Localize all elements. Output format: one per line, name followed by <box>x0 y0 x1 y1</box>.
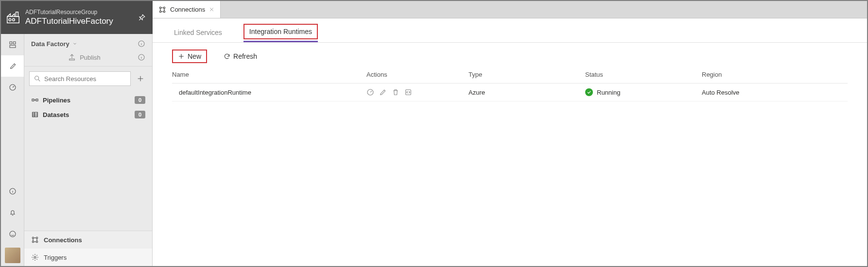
new-button[interactable]: New <box>172 50 207 63</box>
factory-titles: ADFTutorialResourceGroup ADFTutorialHive… <box>25 9 113 26</box>
factory-header: ADFTutorialResourceGroup ADFTutorialHive… <box>1 1 153 34</box>
svg-point-25 <box>163 11 165 12</box>
tree-pipelines[interactable]: Pipelines 0 <box>29 93 147 107</box>
delete-icon[interactable] <box>392 88 399 96</box>
close-icon <box>209 7 214 12</box>
col-actions: Actions <box>366 71 469 78</box>
search-icon <box>34 75 41 83</box>
document-tab-label: Connections <box>170 6 205 13</box>
info-icon[interactable] <box>138 53 145 61</box>
status-ok-badge <box>585 88 593 96</box>
breadcrumb-row: Data Factory <box>24 34 152 51</box>
rail-monitor[interactable] <box>1 77 24 98</box>
col-name: Name <box>172 71 366 78</box>
svg-point-20 <box>36 241 37 242</box>
plus-icon <box>137 75 144 83</box>
breadcrumb-label: Data Factory <box>31 40 69 48</box>
search-input[interactable] <box>44 75 126 83</box>
info-icon <box>9 187 17 195</box>
rail-notifications[interactable] <box>1 202 24 223</box>
svg-rect-1 <box>16 12 18 17</box>
cell-actions <box>366 88 469 96</box>
tree-datasets[interactable]: Datasets 0 <box>29 107 147 122</box>
pin-button[interactable] <box>138 14 146 21</box>
sidebar-item-label: Connections <box>44 236 82 244</box>
rail-feedback[interactable] <box>1 223 24 245</box>
new-button-label: New <box>188 52 201 60</box>
svg-rect-11 <box>69 59 75 60</box>
sidebar: Data Factory Publish <box>24 34 153 266</box>
tree-label: Pipelines <box>43 97 70 104</box>
ir-toolbar: New Refresh <box>153 43 867 68</box>
connection-subtabs: Linked Services Integration Runtimes <box>153 18 867 43</box>
document-tabstrip: Connections <box>153 1 867 18</box>
add-resource-button[interactable] <box>134 72 147 85</box>
ir-grid: Name Actions Type Status Region defaultI… <box>153 68 867 101</box>
resource-group-label: ADFTutorialResourceGroup <box>25 9 113 16</box>
check-icon <box>587 90 591 95</box>
smile-icon <box>9 230 17 238</box>
svg-point-24 <box>159 11 161 12</box>
pipeline-icon <box>31 96 39 104</box>
svg-point-9 <box>10 231 16 237</box>
search-row <box>24 67 152 90</box>
count-badge: 0 <box>135 111 145 118</box>
monitor-icon[interactable] <box>366 88 374 96</box>
document-tab-connections[interactable]: Connections <box>153 1 221 18</box>
tab-integration-runtimes[interactable]: Integration Runtimes <box>243 24 318 39</box>
svg-rect-5 <box>13 42 16 44</box>
cell-name[interactable]: defaultIntegrationRuntime <box>172 89 366 96</box>
publish-row: Publish <box>24 51 152 67</box>
col-type: Type <box>469 71 585 78</box>
svg-rect-6 <box>10 45 16 48</box>
table-row: defaultIntegrationRuntime Azure Running … <box>172 83 848 101</box>
svg-rect-4 <box>10 42 12 44</box>
cell-region: Auto Resolve <box>702 89 848 96</box>
code-icon[interactable] <box>404 88 412 96</box>
chevron-down-icon <box>72 41 77 46</box>
svg-point-23 <box>163 7 165 8</box>
grid-header: Name Actions Type Status Region <box>172 68 848 83</box>
svg-point-2 <box>9 18 11 21</box>
tree-label: Datasets <box>43 111 69 118</box>
edit-icon[interactable] <box>379 88 387 96</box>
main-panel: Connections Linked Services Integration … <box>153 1 867 266</box>
rail-avatar[interactable] <box>5 248 20 263</box>
pin-icon <box>138 14 146 21</box>
pencil-icon <box>9 62 17 70</box>
cell-type: Azure <box>469 89 585 96</box>
svg-point-3 <box>13 18 15 21</box>
rail-dashboard[interactable] <box>1 34 24 55</box>
sidebar-item-connections[interactable]: Connections <box>24 231 152 249</box>
refresh-button-label: Refresh <box>233 52 257 60</box>
rail-author[interactable] <box>1 55 24 77</box>
sidebar-item-triggers[interactable]: Triggers <box>24 249 152 266</box>
tab-linked-services[interactable]: Linked Services <box>172 29 224 42</box>
sidebar-bottom: Connections Triggers <box>24 231 152 266</box>
rail-info[interactable] <box>1 181 24 202</box>
nav-rail <box>1 34 24 266</box>
bell-icon <box>9 209 17 217</box>
plus-icon <box>178 53 185 60</box>
factory-name-label: ADFTutorialHiveFactory <box>25 16 113 26</box>
triggers-icon <box>31 253 39 261</box>
status-text: Running <box>597 89 620 96</box>
connections-icon <box>31 236 39 244</box>
search-box[interactable] <box>29 71 131 86</box>
resource-tree: Pipelines 0 Datasets 0 <box>24 90 152 125</box>
svg-point-22 <box>159 7 161 8</box>
info-icon[interactable] <box>138 40 145 48</box>
left-column: ADFTutorialResourceGroup ADFTutorialHive… <box>1 1 153 266</box>
breadcrumb[interactable]: Data Factory <box>31 40 77 48</box>
publish-button[interactable]: Publish <box>68 53 101 61</box>
svg-point-17 <box>32 237 34 238</box>
svg-rect-14 <box>32 99 34 101</box>
refresh-icon <box>224 53 230 60</box>
dashboard-icon <box>9 41 17 49</box>
svg-point-18 <box>36 237 37 238</box>
close-tab-button[interactable] <box>209 7 214 12</box>
svg-rect-16 <box>33 112 38 117</box>
refresh-button[interactable]: Refresh <box>219 50 262 62</box>
svg-point-19 <box>32 241 34 242</box>
count-badge: 0 <box>135 96 145 104</box>
